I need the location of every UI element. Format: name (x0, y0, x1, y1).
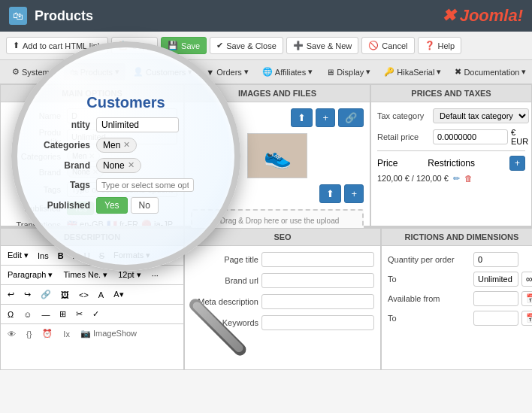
to-input[interactable] (473, 272, 518, 287)
upload-img-button[interactable]: ⬆ (291, 108, 313, 127)
help-icon: ❓ (425, 41, 435, 50)
system-icon: ⚙ (12, 67, 20, 77)
tax-category-select[interactable]: Default tax category (433, 108, 529, 123)
add-price-button[interactable]: + (509, 156, 525, 171)
edit-btn[interactable]: Edit ▾ (4, 249, 32, 262)
redo-btn[interactable]: ↪ (20, 288, 35, 301)
clock-btn[interactable]: ⏰ (38, 327, 56, 340)
header-left: 🛍 Products (9, 7, 93, 25)
copy-button[interactable]: 📋 Copy (111, 37, 158, 54)
nav-products[interactable]: 🛍 Products ▾ (64, 63, 125, 80)
save-close-button[interactable]: ✔ Save & Close (210, 37, 283, 54)
calendar-button-2[interactable]: 📅 (521, 311, 532, 326)
flag-fr[interactable]: 🇫🇷 fr-FR (107, 220, 138, 226)
images-header: IMAGES AND FILES (185, 85, 370, 102)
quantity-input[interactable] (67, 129, 177, 144)
available-from-input[interactable] (473, 291, 518, 306)
link-img-button[interactable]: 🔗 (338, 108, 364, 127)
save-new-button[interactable]: ➕ Save & New (286, 37, 359, 54)
retail-price-input[interactable] (433, 129, 508, 144)
more-btn[interactable]: ··· (148, 269, 162, 281)
cancel-button[interactable]: 🚫 Cancel (361, 37, 414, 54)
brand-url-input[interactable] (261, 273, 374, 288)
published-label: Published (7, 204, 67, 213)
nav-system[interactable]: ⚙ System ▾ (6, 63, 62, 80)
brand-tag: None ✕ (67, 166, 104, 178)
yes-button[interactable]: Yes (67, 202, 94, 215)
expand-btn[interactable]: Ix (59, 328, 74, 340)
editor-toolbar: Edit ▾ Ins B I U S Formats ▾ (1, 246, 183, 266)
categories-row: Categories Men ✕ (7, 150, 177, 162)
restrictions-col-label: Restrictions (428, 158, 475, 169)
to-row: To ∞ (388, 272, 532, 287)
imageshow-btn[interactable]: 📷 ImageShow (77, 327, 141, 340)
formats-btn[interactable]: Formats ▾ (110, 249, 154, 262)
nav-affiliates[interactable]: 🌐 Affiliates ▾ (256, 63, 319, 80)
highlight-btn[interactable]: A▾ (110, 288, 127, 301)
italic-btn[interactable]: I (69, 250, 79, 262)
brand-row: Brand None ✕ (7, 166, 177, 178)
to2-input[interactable] (473, 311, 518, 326)
nav-hikaserial[interactable]: 🔑 HikaSerial ▾ (378, 63, 447, 80)
name-input[interactable] (67, 108, 177, 123)
prices-header: PRICES AND TAXES (371, 85, 531, 102)
undo-btn[interactable]: ↩ (4, 288, 18, 301)
qty-per-order-input[interactable] (473, 252, 518, 267)
image-btn[interactable]: 🖼 (57, 289, 73, 301)
to-label: To (388, 275, 470, 284)
categories-remove[interactable]: ✕ (89, 152, 95, 160)
strikethrough-btn[interactable]: S (95, 250, 108, 262)
keywords-input[interactable] (261, 315, 374, 330)
link-btn[interactable]: 🔗 (37, 288, 55, 301)
calendar-button-1[interactable]: 📅 (521, 291, 532, 306)
qty-per-order-row: Quantity per order (388, 252, 532, 267)
color-btn[interactable]: A (95, 289, 107, 301)
joomla-logo: ✖ Joomla! (442, 6, 523, 26)
add-img-button[interactable]: + (316, 108, 335, 127)
brand-remove[interactable]: ✕ (92, 168, 98, 176)
table-btn[interactable]: ⊞ (56, 308, 70, 320)
cancel-icon: 🚫 (368, 41, 379, 50)
navbar: ⚙ System ▾ 🛍 Products ▾ 👤 Customers ▾ ▼ … (0, 60, 532, 84)
img-toolbar: ⬆ + 🔗 (191, 108, 364, 127)
save-button[interactable]: 💾 Save (161, 37, 207, 54)
size-btn[interactable]: 12pt ▾ (114, 269, 144, 281)
editor-toolbar-3: ↩ ↪ 🔗 🖼 <> A A▾ (1, 285, 183, 305)
nav-documentation[interactable]: ✖ Documentation ▾ (449, 63, 532, 80)
nav-display[interactable]: 🖥 Display ▾ (320, 63, 376, 80)
no-button[interactable]: No (94, 202, 118, 215)
add-img-button-2[interactable]: + (344, 184, 364, 203)
nav-customers[interactable]: 👤 Customers ▾ (127, 63, 198, 80)
flag-ja[interactable]: 🔴 ja-JP (141, 220, 173, 226)
underline-btn[interactable]: U (80, 250, 94, 262)
check2-btn[interactable]: ✓ (89, 308, 103, 320)
source-btn[interactable]: {} (23, 328, 35, 340)
help-button[interactable]: ❓ Help (418, 37, 462, 54)
seo-panel: SEO Page title Brand url Meta descriptio… (184, 228, 381, 370)
ins-btn[interactable]: Ins (34, 250, 53, 262)
bold-btn[interactable]: B (54, 250, 68, 262)
edit-price-icon[interactable]: ✏ (453, 174, 460, 184)
products-icon: 🛍 (9, 7, 27, 25)
page-title-input[interactable] (261, 252, 374, 267)
dash-btn[interactable]: — (38, 308, 53, 320)
scissors-btn[interactable]: ✂ (72, 308, 86, 320)
page-title-row: Page title (191, 252, 374, 267)
emoji-btn[interactable]: ☺ (20, 308, 35, 320)
special-btn[interactable]: Ω (4, 308, 17, 320)
nav-orders[interactable]: ▼ Orders ▾ (200, 63, 255, 80)
retail-price-label: Retail price (377, 132, 430, 141)
add-to-cart-button[interactable]: ⬆ Add to cart HTML link (6, 37, 108, 54)
delete-price-icon[interactable]: 🗑 (464, 174, 473, 184)
infinity-button[interactable]: ∞ (521, 272, 532, 287)
upload-img-button-2[interactable]: ⬆ (319, 184, 341, 203)
flag-en[interactable]: 🇬🇧 en-GB (67, 220, 104, 226)
page-wrapper: 🛍 Products ✖ Joomla! ⬆ Add to cart HTML … (0, 0, 532, 413)
tags-input[interactable] (67, 182, 177, 197)
meta-desc-input[interactable] (261, 294, 374, 309)
paragraph-btn[interactable]: Paragraph ▾ (4, 269, 56, 281)
tax-category-row: Tax category Default tax category (377, 108, 525, 123)
code-btn[interactable]: <> (75, 289, 92, 301)
font-btn[interactable]: Times Ne. ▾ (59, 269, 111, 281)
preview-btn[interactable]: 👁 (4, 328, 20, 340)
